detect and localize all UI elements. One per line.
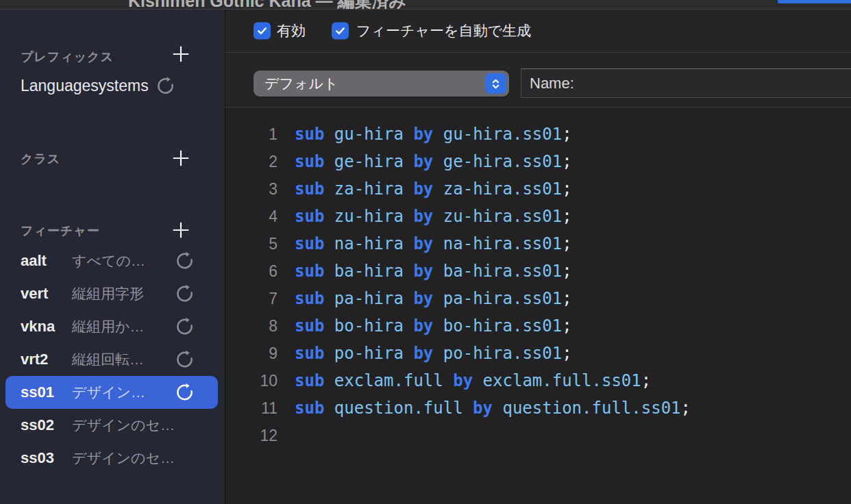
code-target-glyph: zu-hira.ss01 bbox=[443, 207, 562, 226]
keyword-by: by bbox=[413, 125, 433, 144]
code-terminator: ; bbox=[562, 289, 571, 308]
code-terminator: ; bbox=[562, 179, 571, 199]
titlebar-accent-button[interactable] bbox=[778, 0, 851, 3]
keyword-sub: sub bbox=[295, 125, 324, 144]
checkmark-icon bbox=[334, 25, 347, 38]
code-statement: sub po-hira by po-hira.ss01; bbox=[295, 344, 572, 363]
classes-section-header: クラス bbox=[21, 151, 60, 167]
keyword-sub: sub bbox=[295, 316, 324, 336]
refresh-icon[interactable] bbox=[175, 251, 195, 271]
refresh-icon[interactable] bbox=[156, 76, 175, 96]
prefix-item-languagesystems[interactable]: Languagesystems bbox=[21, 74, 175, 97]
keyword-sub: sub bbox=[295, 371, 324, 390]
feature-description: デザインのセ… bbox=[72, 449, 175, 468]
code-statement: sub ge-hira by ge-hira.ss01; bbox=[295, 152, 572, 171]
feature-row[interactable]: ss01 デザイン… bbox=[5, 376, 218, 409]
feature-description: デザイン… bbox=[72, 383, 145, 402]
keyword-by: by bbox=[413, 207, 433, 226]
editor-options-row: 有効 フィーチャーを自動で生成 bbox=[225, 10, 851, 53]
code-source-glyph: za-hira bbox=[334, 179, 404, 199]
window-titlebar: Kishimen Gothic Kana — 編集済み bbox=[0, 0, 851, 10]
code-source-glyph: gu-hira bbox=[334, 125, 404, 144]
code-line: 11 sub question.full by question.full.ss… bbox=[225, 394, 851, 422]
refresh-icon[interactable] bbox=[175, 350, 195, 370]
code-terminator: ; bbox=[681, 399, 691, 418]
prefix-item-label: Languagesystems bbox=[21, 77, 149, 95]
code-terminator: ; bbox=[562, 207, 571, 226]
line-number: 10 bbox=[225, 372, 278, 390]
feature-name-input[interactable]: Name: bbox=[521, 68, 851, 98]
feature-row[interactable]: vrt2 縦組回転… bbox=[5, 343, 218, 376]
feature-row[interactable]: vert 縦組用字形 bbox=[5, 277, 218, 310]
code-terminator: ; bbox=[562, 152, 571, 171]
feature-row[interactable]: vkna 縦組用か… bbox=[5, 310, 218, 343]
add-feature-button[interactable] bbox=[167, 218, 195, 245]
feature-description: 縦組用か… bbox=[72, 317, 145, 336]
code-line: 3 sub za-hira by za-hira.ss01; bbox=[225, 175, 851, 203]
code-source-glyph: na-hira bbox=[334, 234, 404, 253]
feature-row[interactable]: ss02 デザインのセ… bbox=[5, 409, 218, 442]
refresh-icon[interactable] bbox=[175, 383, 195, 403]
line-number: 3 bbox=[225, 180, 278, 199]
feature-description: 縦組回転… bbox=[72, 350, 144, 369]
code-terminator: ; bbox=[562, 344, 571, 363]
feature-row[interactable]: ss03 デザインのセ… bbox=[5, 442, 218, 475]
code-target-glyph: na-hira.ss01 bbox=[443, 234, 562, 253]
code-statement: sub pa-hira by pa-hira.ss01; bbox=[295, 289, 572, 308]
feature-tag: vkna bbox=[21, 318, 55, 336]
line-number: 2 bbox=[225, 153, 278, 171]
editor-controls-row: デフォルト Name: bbox=[225, 53, 851, 108]
code-source-glyph: question.full bbox=[334, 399, 463, 418]
feature-code-editor[interactable]: 1 sub gu-hira by gu-hira.ss01; 2 sub ge-… bbox=[225, 108, 851, 449]
code-target-glyph: za-hira.ss01 bbox=[443, 179, 562, 199]
keyword-sub: sub bbox=[295, 234, 324, 253]
line-number: 12 bbox=[225, 427, 278, 445]
app-window: Kishimen Gothic Kana — 編集済み プレフィックス Lang… bbox=[0, 0, 851, 504]
line-number: 5 bbox=[225, 235, 278, 253]
code-source-glyph: bo-hira bbox=[334, 316, 404, 336]
autogenerate-checkbox[interactable] bbox=[332, 23, 349, 40]
line-number: 8 bbox=[225, 317, 278, 336]
feature-row[interactable]: aalt すべての… bbox=[5, 244, 218, 277]
refresh-icon[interactable] bbox=[175, 284, 195, 304]
add-class-button[interactable] bbox=[167, 146, 195, 173]
keyword-sub: sub bbox=[295, 399, 324, 418]
feature-description: すべての… bbox=[72, 251, 145, 270]
code-line: 5 sub na-hira by na-hira.ss01; bbox=[225, 230, 851, 257]
plus-icon bbox=[171, 44, 191, 67]
window-title: Kishimen Gothic Kana — 編集済み bbox=[0, 0, 534, 10]
enabled-checkbox-label: 有効 bbox=[277, 21, 306, 40]
enabled-checkbox[interactable] bbox=[254, 23, 271, 40]
code-statement: sub za-hira by za-hira.ss01; bbox=[295, 179, 572, 199]
line-number: 9 bbox=[225, 344, 278, 363]
chevron-up-down-icon bbox=[485, 73, 506, 94]
plus-icon bbox=[171, 220, 191, 243]
code-source-glyph: ba-hira bbox=[334, 262, 404, 281]
feature-tag: aalt bbox=[21, 252, 47, 270]
code-line: 2 sub ge-hira by ge-hira.ss01; bbox=[225, 148, 851, 175]
feature-scope-dropdown[interactable]: デフォルト bbox=[254, 71, 509, 97]
code-target-glyph: ge-hira.ss01 bbox=[443, 152, 562, 171]
keyword-by: by bbox=[413, 344, 433, 363]
add-prefix-button[interactable] bbox=[167, 42, 195, 69]
sidebar: プレフィックス Languagesystems クラス フィーチャー aalt bbox=[0, 10, 225, 504]
prefix-section-header: プレフィックス bbox=[21, 49, 114, 65]
keyword-by: by bbox=[413, 289, 433, 308]
feature-tag: ss01 bbox=[21, 383, 54, 401]
feature-tag: vert bbox=[21, 285, 48, 303]
feature-list: aalt すべての… vert 縦組用字形 vkna 縦組用か… vrt2 縦組… bbox=[0, 244, 225, 475]
refresh-icon[interactable] bbox=[175, 317, 195, 337]
code-line: 10 sub exclam.full by exclam.full.ss01; bbox=[225, 367, 851, 394]
code-target-glyph: question.full.ss01 bbox=[502, 399, 680, 418]
feature-tag: ss03 bbox=[21, 449, 54, 467]
code-statement: sub exclam.full by exclam.full.ss01; bbox=[295, 371, 651, 390]
dropdown-selected-value: デフォルト bbox=[264, 74, 338, 93]
line-number: 6 bbox=[225, 262, 278, 281]
feature-description: 縦組用字形 bbox=[72, 284, 144, 303]
code-source-glyph: pa-hira bbox=[334, 289, 404, 308]
code-target-glyph: po-hira.ss01 bbox=[443, 344, 562, 363]
keyword-by: by bbox=[473, 399, 493, 418]
code-line: 4 sub zu-hira by zu-hira.ss01; bbox=[225, 203, 851, 230]
code-terminator: ; bbox=[562, 125, 571, 144]
keyword-by: by bbox=[413, 316, 433, 336]
